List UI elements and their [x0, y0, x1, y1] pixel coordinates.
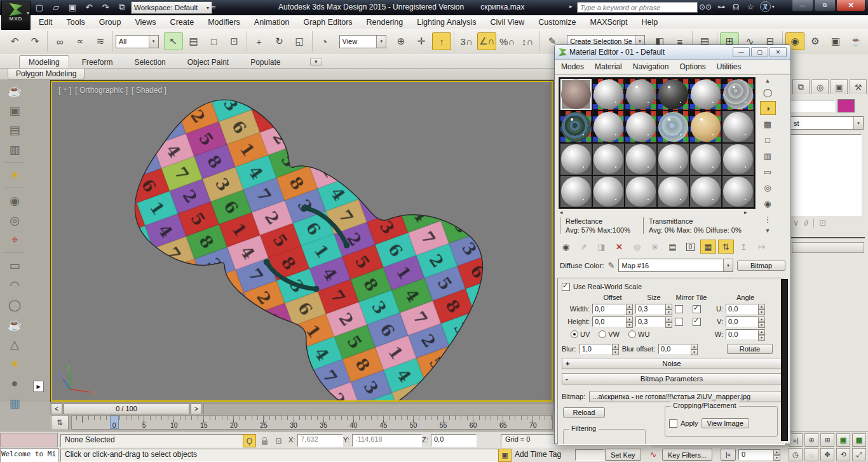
reload-button[interactable]: Reload — [563, 407, 605, 418]
material-sample-slot[interactable] — [658, 176, 689, 207]
material-sample-slot[interactable] — [625, 79, 656, 110]
sample-type-sphere-button[interactable]: ◯ — [760, 85, 776, 99]
render-production-button[interactable]: ☕ — [4, 82, 25, 99]
menu-item[interactable]: Views — [128, 18, 163, 27]
use-real-world-scale-checkbox[interactable] — [562, 283, 570, 291]
make-unique-stack-button[interactable]: ∂ — [804, 218, 808, 228]
minimize-button[interactable]: — — [733, 47, 750, 57]
menu-item[interactable]: Animation — [247, 18, 297, 27]
x-coordinate-field[interactable]: 7,632 — [297, 434, 343, 447]
minimize-button[interactable]: — — [792, 0, 813, 11]
go-to-start-button[interactable]: |« — [721, 449, 736, 461]
material-sample-slot[interactable] — [722, 144, 754, 175]
tab-hierarchy[interactable]: ⧉ — [792, 79, 810, 94]
material-sample-slot[interactable] — [625, 144, 656, 175]
video-post-button[interactable]: ◉ — [4, 192, 25, 209]
menu-item[interactable]: Group — [92, 18, 128, 27]
tab-selection[interactable]: Selection — [125, 56, 174, 68]
render-setup-button[interactable]: ▤ — [4, 121, 25, 139]
create-plane-button[interactable]: ▭ — [4, 257, 25, 274]
snaps-toggle-3d[interactable]: 3∩ — [457, 32, 476, 50]
select-by-material-button[interactable]: ◉ — [760, 196, 776, 210]
w-angle-field[interactable]: 0,0▲▼ — [726, 329, 765, 339]
close-button[interactable]: ✕ — [836, 0, 865, 11]
width-size-field[interactable]: 0,3▲▼ — [635, 304, 672, 314]
create-sphere-button[interactable]: ● — [4, 375, 25, 392]
save-file-button[interactable]: ▣ — [66, 1, 79, 13]
bind-to-space-warp[interactable]: ≋ — [91, 32, 110, 50]
light-lister-button[interactable]: ☀ — [4, 166, 25, 188]
create-cone-button[interactable]: △ — [4, 336, 25, 353]
select-and-move[interactable]: + — [250, 32, 269, 50]
height-mirror-checkbox[interactable] — [675, 318, 683, 326]
create-array-button[interactable]: ▦ — [4, 395, 25, 412]
width-tile-checkbox[interactable] — [693, 305, 701, 313]
set-keys-curve-icon[interactable]: ∿ — [647, 449, 660, 461]
tab-modeling[interactable]: Modeling — [19, 55, 69, 68]
material-sample-slot[interactable] — [593, 79, 624, 110]
keyboard-shortcut-override[interactable]: ↑ — [432, 32, 451, 50]
put-material-to-scene-button[interactable]: ⇗ — [576, 240, 592, 254]
video-color-check-button[interactable]: ▥ — [760, 149, 776, 163]
menu-item[interactable]: Graph Editors — [296, 18, 359, 27]
material-sample-slot[interactable] — [658, 79, 689, 110]
go-to-parent-button[interactable]: ↥ — [736, 240, 752, 254]
tab-object-paint[interactable]: Object Paint — [179, 56, 238, 68]
rollout-strip[interactable] — [792, 242, 864, 253]
uv-radio[interactable] — [571, 330, 578, 338]
maxscript-mini-listener[interactable] — [0, 433, 58, 447]
rotate-button[interactable]: Rotate — [727, 344, 773, 354]
search-icon[interactable]: ⊙⊙ — [699, 1, 712, 13]
background-toggle[interactable]: ▩ — [760, 117, 776, 131]
tab-motion[interactable]: ◎ — [811, 79, 829, 94]
bitmap-path-button[interactable]: ...а\скрипка - не готова!!!\статья 2\UV_… — [589, 391, 782, 402]
menu-item[interactable]: Lighting Analysis — [410, 18, 483, 27]
workspace-dropdown[interactable]: Workspace: Default ▾ — [131, 1, 212, 14]
selection-filter-dropdown[interactable]: All▾ — [116, 35, 159, 48]
show-end-result-toggle[interactable]: ⇅ — [718, 240, 734, 254]
height-tile-checkbox[interactable] — [693, 318, 701, 326]
make-preview-button[interactable]: ▭ — [760, 165, 776, 179]
view-image-button[interactable]: View Image — [702, 418, 749, 428]
violin-model[interactable]: 1234567845678123781234562345678156781234… — [52, 82, 552, 400]
u-angle-field[interactable]: 0,0▲▼ — [726, 304, 765, 314]
absolute-offset-mode-toggle[interactable]: ⊡ — [272, 434, 285, 447]
close-button[interactable]: ✕ — [770, 47, 787, 57]
material-id-channel-button[interactable]: 0 — [682, 240, 698, 254]
menu-item[interactable]: Help — [634, 18, 665, 27]
communication-center-icon[interactable]: ☊ — [731, 1, 741, 13]
modifier-list-dropdown[interactable]: st ▾ — [790, 116, 864, 130]
material-editor-titlebar[interactable]: Material Editor - 01 - Default — ▢ ✕ — [555, 45, 790, 60]
previous-frame-button[interactable]: < — [51, 404, 62, 414]
rollout-bitmap-parameters[interactable]: - Bitmap Parameters — [562, 373, 782, 384]
zoom-region-button[interactable]: ◌ — [804, 448, 818, 461]
map-dropdown[interactable]: Map #16 ▾ — [618, 259, 733, 272]
make-material-copy-button[interactable]: ◎ — [629, 240, 645, 254]
pan-view-button[interactable]: ✥ — [820, 448, 834, 461]
material-editor-options-button[interactable]: ◎ — [760, 180, 776, 194]
eyedropper-icon[interactable]: ✎ — [607, 261, 614, 270]
z-coordinate-field[interactable]: 0,0 — [431, 434, 477, 447]
toolbar-options-icon[interactable]: ≂ — [210, 3, 216, 11]
create-camera-button[interactable]: ◎ — [4, 212, 25, 229]
object-name-field[interactable] — [790, 100, 835, 112]
backlight-toggle[interactable]: ◑ — [760, 101, 776, 115]
ribbon-overflow-button[interactable]: ▾ — [310, 58, 322, 65]
material-sample-slot[interactable] — [560, 144, 592, 175]
time-configuration-button[interactable]: ◷ — [789, 448, 803, 461]
tab-polygon-modeling[interactable]: Polygon Modeling — [8, 69, 85, 79]
height-offset-field[interactable]: 0,0▲▼ — [592, 316, 633, 327]
menu-item[interactable]: MAXScript — [583, 18, 634, 27]
time-slider-handle[interactable]: 0 / 100 — [64, 404, 189, 414]
restore-button[interactable]: ▢ — [751, 47, 768, 57]
next-frame-button[interactable]: > — [191, 404, 202, 414]
select-and-manipulate[interactable]: ◔ — [315, 32, 334, 50]
blur-offset-field[interactable]: 0,0▲▼ — [658, 344, 698, 354]
rectangular-selection-region[interactable]: □ — [205, 32, 224, 50]
wu-radio[interactable] — [628, 330, 636, 338]
open-mini-curve-editor-button[interactable]: ⇅ — [51, 415, 69, 430]
select-and-link[interactable]: ∞ — [50, 32, 69, 50]
apply-checkbox[interactable] — [669, 419, 677, 428]
configure-modifier-sets-button[interactable]: ⊡ — [819, 218, 826, 228]
bitmap-type-button[interactable]: Bitmap — [737, 261, 785, 271]
